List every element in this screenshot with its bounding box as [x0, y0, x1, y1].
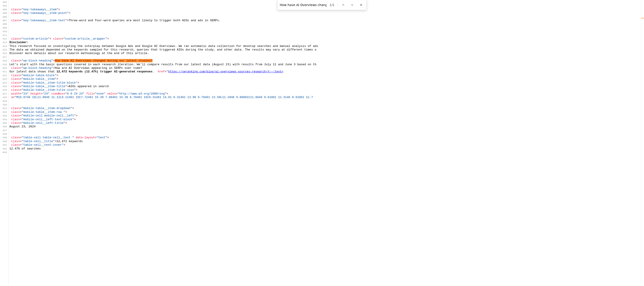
- minimap[interactable]: [641, 0, 644, 286]
- chevron-up-icon: [342, 3, 345, 7]
- find-input[interactable]: [280, 3, 327, 7]
- find-bar: 1/1: [277, 0, 367, 10]
- code-content[interactable]: class="key-takeaways__item"> class="key-…: [8, 0, 641, 286]
- find-count: 1/1: [330, 3, 334, 7]
- code-editor: 4024034044054064074084094104114124134144…: [0, 0, 644, 286]
- line-number-gutter: 4024034044054064074084094104114124134144…: [0, 0, 8, 286]
- separator: [337, 3, 338, 7]
- close-icon: [359, 3, 363, 7]
- find-close-button[interactable]: [358, 2, 364, 8]
- find-prev-button[interactable]: [340, 2, 346, 8]
- chevron-down-icon: [350, 3, 354, 7]
- minimap-highlight-marker: [641, 18, 644, 18]
- find-next-button[interactable]: [349, 2, 355, 8]
